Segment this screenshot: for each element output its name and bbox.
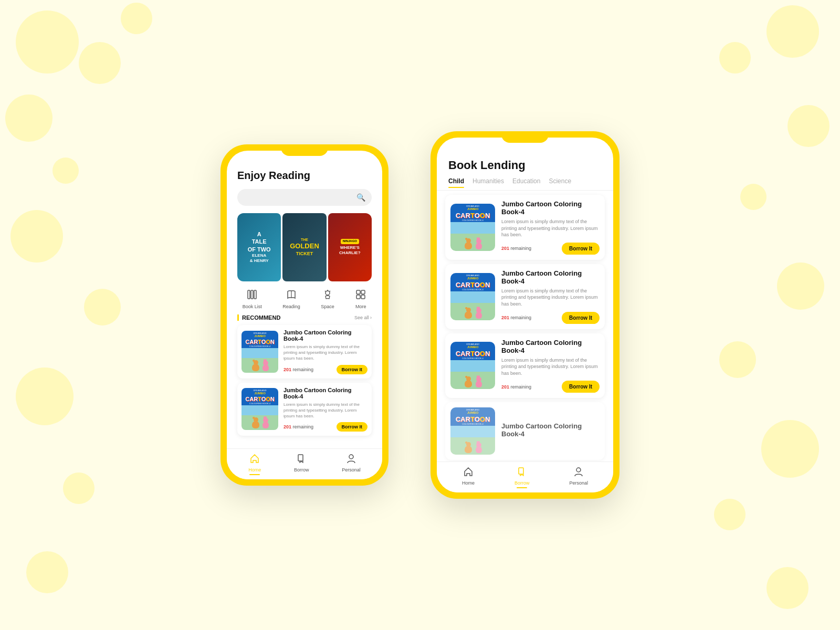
phone-1-notch (281, 144, 328, 156)
phone2-nav-home[interactable]: Home (462, 466, 475, 488)
search-bar[interactable]: 🔍 (237, 189, 372, 206)
banner-book-1[interactable]: A TALE OF TWO ELENA & HENRY (237, 213, 281, 281)
phone2-nav-personal[interactable]: Personal (569, 466, 588, 488)
phone2-nav-personal-label: Personal (569, 480, 588, 486)
book-card-2: DREAMLAND JUMBO CARTOON COLOURING BOOK-4 (237, 383, 372, 436)
book-info-1: Jumbo Cartoon Coloring Book-4 Lorem ipsu… (284, 329, 368, 374)
phone1-nav-personal[interactable]: Personal (342, 453, 361, 475)
phone2-bottom-nav: Home Borrow (437, 461, 613, 492)
phone1-nav-home[interactable]: Home (248, 453, 261, 475)
category-nav: Book List Reading (227, 285, 382, 311)
borrow-btn-list-2[interactable]: Borrow It (562, 312, 600, 324)
personal-icon-p2 (573, 466, 584, 479)
phone1-bottom-nav: Home Borrow (227, 448, 382, 479)
book-list-remaining-1: 201 remaining (501, 246, 531, 251)
book-list-title-2: Jumbo Cartoon Coloring Book-4 (501, 269, 600, 285)
book-list-card-1: DREAMLAND JUMBO CARTOON COLOURING BOOK-4 (445, 195, 605, 260)
phone-2: Book Lending Child Humanities Education … (430, 131, 620, 499)
phone2-nav-borrow[interactable]: Borrow (514, 466, 530, 488)
reading-icon (286, 289, 297, 303)
banner-book-3[interactable]: NINJAGO WHERE'S CHARLIE? (328, 213, 372, 281)
search-icon: 🔍 (356, 193, 365, 202)
phone1-title: Enjoy Reading (237, 170, 372, 182)
book-footer-1: 201 remaining Borrow It (284, 365, 368, 374)
borrow-btn-list-3[interactable]: Borrow It (562, 381, 600, 393)
nav-book-list-label: Book List (243, 304, 262, 309)
svg-point-15 (576, 468, 581, 472)
book-list-desc-3: Lorem ipsum is simply dummy text of the … (501, 357, 600, 377)
nav-book-list[interactable]: Book List (243, 289, 262, 309)
phone2-nav-home-label: Home (462, 480, 475, 486)
book-list-footer-2: 201 remaining Borrow It (501, 312, 600, 324)
book-list-footer-3: 201 remaining Borrow It (501, 381, 600, 393)
phone1-nav-home-label: Home (248, 467, 261, 472)
book-cover-1: DREAMLAND JUMBO CARTOON COLOURING BOOK-4 (242, 331, 278, 373)
phone1-nav-borrow[interactable]: Borrow (294, 453, 309, 475)
book-list-card-3: DREAMLAND JUMBO CARTOON COLOURING BOOK-4 (445, 333, 605, 398)
phone-1: Enjoy Reading 🔍 A TALE OF TWO ELENA & H (220, 144, 388, 486)
phone-2-screen: Book Lending Child Humanities Education … (437, 138, 613, 492)
book-footer-2: 201 remaining Borrow It (284, 422, 368, 432)
borrow-icon-p2 (517, 466, 527, 479)
svg-rect-9 (361, 290, 365, 294)
book-banner: A TALE OF TWO ELENA & HENRY THE GOLDEN T… (237, 213, 372, 281)
svg-rect-2 (254, 290, 256, 299)
svg-rect-10 (356, 295, 360, 299)
book-list-desc-1: Lorem ipsum is simply dummy text of the … (501, 218, 600, 238)
recommend-header: RECOMMEND See all › (237, 314, 372, 321)
category-tabs: Child Humanities Education Science (437, 175, 613, 191)
book-list-footer-1: 201 remaining Borrow It (501, 243, 600, 255)
book-list-cover-1: DREAMLAND JUMBO CARTOON COLOURING BOOK-4 (450, 204, 495, 251)
book-list-title-1: Jumbo Cartoon Coloring Book-4 (501, 200, 600, 216)
space-icon (322, 289, 333, 303)
recommend-section: RECOMMEND See all › DREAMLAND JUMBO (227, 311, 382, 448)
svg-rect-8 (356, 290, 360, 294)
more-icon (355, 289, 366, 303)
tab-science[interactable]: Science (549, 177, 571, 188)
book-list-cover-4: DREAMLAND JUMBO CARTOON COLOURING BOOK-4 (450, 407, 495, 455)
home-icon (249, 453, 260, 466)
phone1-header: Enjoy Reading (227, 165, 382, 185)
book-info-2: Jumbo Cartoon Coloring Book-4 Lorem ipsu… (284, 387, 368, 432)
phone2-nav-borrow-label: Borrow (514, 480, 530, 486)
book-list-title-4: Jumbo Cartoon Coloring Book-4 (501, 422, 600, 438)
book-desc-2: Lorem ipsum is simply dummy text of the … (284, 402, 368, 419)
book-list-info-4: Jumbo Cartoon Coloring Book-4 (501, 422, 600, 440)
personal-icon (346, 453, 356, 466)
book-desc-1: Lorem ipsum is simply dummy text of the … (284, 344, 368, 362)
book-list-cover-3: DREAMLAND JUMBO CARTOON COLOURING BOOK-4 (450, 342, 495, 389)
nav-space[interactable]: Space (321, 289, 334, 309)
borrow-btn-2[interactable]: Borrow It (337, 422, 368, 432)
recommend-title: RECOMMEND (237, 314, 280, 321)
tab-humanities[interactable]: Humanities (472, 177, 504, 188)
nav-more[interactable]: More (355, 289, 366, 309)
see-all-link[interactable]: See all › (354, 315, 372, 320)
svg-rect-11 (361, 295, 365, 299)
tab-child[interactable]: Child (448, 177, 464, 188)
book-list-card-2: DREAMLAND JUMBO CARTOON COLOURING BOOK-4 (445, 264, 605, 329)
remaining-2: 201 remaining (284, 424, 313, 429)
svg-rect-14 (519, 468, 523, 474)
svg-line-6 (330, 291, 331, 292)
book-list: DREAMLAND JUMBO CARTOON COLOURING BOOK-4 (437, 193, 613, 461)
book-title-1: Jumbo Cartoon Coloring Book-4 (284, 329, 368, 342)
phone1-nav-personal-label: Personal (342, 467, 361, 472)
book-list-info-3: Jumbo Cartoon Coloring Book-4 Lorem ipsu… (501, 339, 600, 393)
book-list-icon (246, 289, 258, 303)
phone1-nav-borrow-label: Borrow (294, 467, 309, 472)
book-list-cover-2: DREAMLAND JUMBO CARTOON COLOURING BOOK-4 (450, 273, 495, 320)
home-icon-p2 (463, 466, 474, 479)
book-list-remaining-2: 201 remaining (501, 315, 531, 320)
banner-book-2[interactable]: THE GOLDEN TICKET (282, 213, 326, 281)
borrow-btn-list-1[interactable]: Borrow It (562, 243, 600, 255)
nav-reading-label: Reading (282, 304, 300, 309)
svg-line-7 (325, 291, 326, 292)
borrow-btn-1[interactable]: Borrow It (337, 365, 368, 374)
book-list-remaining-3: 201 remaining (501, 384, 531, 390)
remaining-1: 201 remaining (284, 367, 313, 372)
phone2-title: Book Lending (448, 159, 602, 172)
book-list-title-3: Jumbo Cartoon Coloring Book-4 (501, 339, 600, 354)
book-title-2: Jumbo Cartoon Coloring Book-4 (284, 387, 368, 400)
tab-education[interactable]: Education (512, 177, 540, 188)
nav-reading[interactable]: Reading (282, 289, 300, 309)
